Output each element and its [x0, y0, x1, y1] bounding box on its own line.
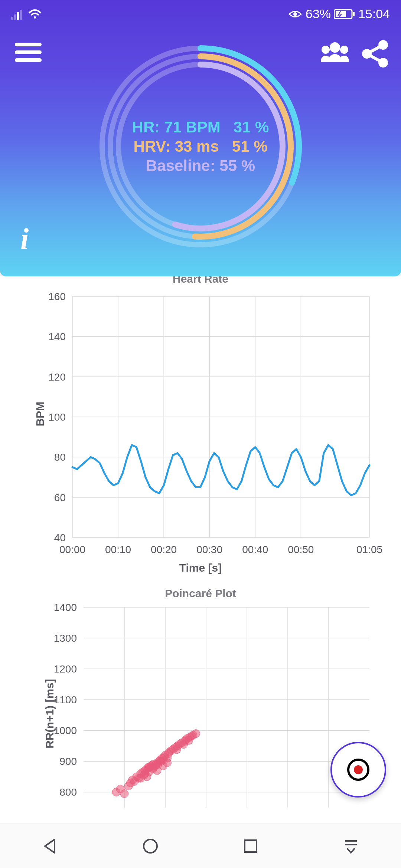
- svg-text:900: 900: [59, 756, 77, 767]
- svg-text:00:30: 00:30: [196, 544, 222, 555]
- svg-point-114: [192, 730, 200, 738]
- svg-rect-7: [336, 11, 346, 17]
- nav-dropdown[interactable]: [340, 835, 362, 857]
- svg-text:00:00: 00:00: [59, 544, 85, 555]
- svg-text:01:05: 01:05: [356, 544, 382, 555]
- svg-text:140: 140: [48, 331, 66, 342]
- content-area[interactable]: Heart Rate BPM 40608010012014016000:0000…: [0, 276, 401, 823]
- hr-chart: 40608010012014016000:0000:1000:2000:3000…: [0, 285, 401, 571]
- svg-text:00:40: 00:40: [242, 544, 268, 555]
- status-bar: 63% 15:04: [0, 0, 401, 28]
- svg-text:1000: 1000: [54, 725, 77, 736]
- svg-text:1400: 1400: [54, 602, 77, 613]
- svg-rect-3: [20, 10, 22, 20]
- svg-text:120: 120: [48, 371, 66, 383]
- svg-text:160: 160: [48, 291, 66, 302]
- svg-rect-2: [17, 12, 19, 20]
- hr-label: HR: 71 BPM: [132, 118, 221, 136]
- svg-point-67: [120, 790, 128, 798]
- svg-point-10: [322, 46, 330, 54]
- svg-text:1200: 1200: [54, 663, 77, 675]
- nav-home[interactable]: [140, 835, 161, 857]
- hrv-label: HRV: 33 ms: [133, 138, 219, 155]
- hr-chart-title: Heart Rate: [0, 276, 401, 285]
- svg-point-5: [293, 12, 297, 16]
- wifi-icon: [28, 9, 42, 20]
- nav-back[interactable]: [39, 835, 61, 857]
- svg-text:40: 40: [54, 532, 66, 543]
- clock: 15:04: [358, 7, 390, 21]
- hr-pct: 31 %: [234, 118, 269, 136]
- svg-text:100: 100: [48, 411, 66, 423]
- svg-rect-8: [353, 12, 355, 16]
- svg-point-122: [163, 759, 172, 767]
- nav-recent[interactable]: [240, 835, 261, 857]
- battery-pct: 63%: [306, 7, 331, 21]
- battery-icon: [334, 9, 355, 20]
- menu-button[interactable]: [15, 43, 42, 62]
- header-panel: 63% 15:04 i HR: 71 BPM 31 % HRV: 33 ms: [0, 0, 401, 276]
- hrv-pct: 51 %: [232, 138, 268, 155]
- poincare-chart-title: Poincaré Plot: [0, 587, 401, 600]
- community-icon[interactable]: [319, 41, 351, 67]
- svg-text:1300: 1300: [54, 632, 77, 644]
- svg-text:00:50: 00:50: [288, 544, 314, 555]
- signal-icon: [11, 9, 25, 20]
- svg-line-16: [367, 54, 383, 63]
- svg-point-11: [340, 46, 348, 54]
- eye-icon: [288, 9, 303, 20]
- svg-text:80: 80: [54, 451, 66, 463]
- svg-rect-125: [245, 840, 257, 852]
- svg-point-9: [330, 42, 340, 53]
- svg-text:00:10: 00:10: [105, 544, 131, 555]
- svg-point-4: [34, 16, 36, 19]
- record-button[interactable]: [330, 742, 386, 798]
- summary-gauge: HR: 71 BPM 31 % HRV: 33 ms 51 % Baseline…: [97, 43, 304, 250]
- svg-rect-0: [11, 17, 13, 20]
- share-icon[interactable]: [360, 39, 390, 69]
- svg-point-123: [137, 774, 145, 782]
- svg-text:800: 800: [59, 786, 77, 798]
- svg-line-15: [367, 45, 383, 54]
- hr-chart-section: Heart Rate BPM 40608010012014016000:0000…: [0, 276, 401, 574]
- hr-ylabel: BPM: [34, 402, 46, 427]
- svg-text:60: 60: [54, 492, 66, 503]
- poincare-ylabel: RR(n+1) [ms]: [43, 679, 56, 749]
- svg-point-124: [144, 839, 157, 853]
- svg-text:1100: 1100: [54, 694, 77, 706]
- info-icon[interactable]: i: [20, 222, 29, 256]
- svg-rect-1: [14, 14, 16, 20]
- baseline-label: Baseline: 55 %: [146, 157, 255, 175]
- svg-text:00:20: 00:20: [151, 544, 177, 555]
- android-navbar: [0, 823, 401, 868]
